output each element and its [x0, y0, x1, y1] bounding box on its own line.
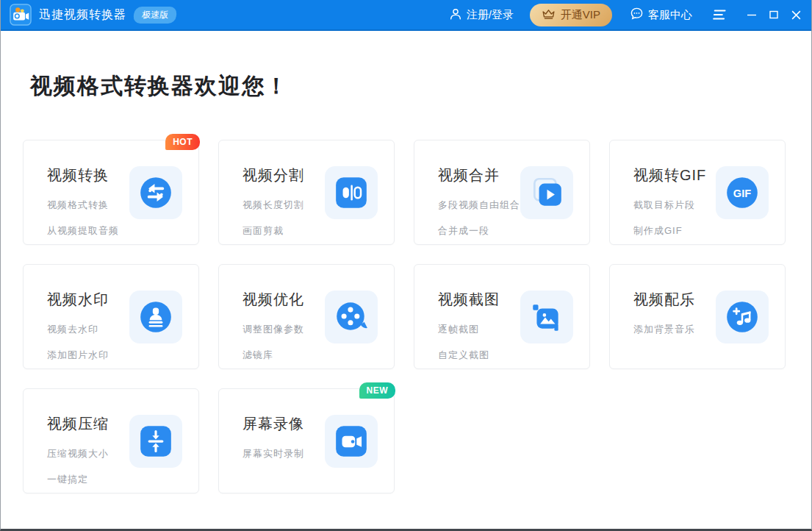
feature-card-video-optimize[interactable]: 视频优化 调整图像参数滤镜库 — [218, 264, 395, 369]
card-description-line: 从视频提取音频 — [47, 224, 181, 238]
login-register-button[interactable]: 注册/登录 — [449, 7, 514, 23]
open-vip-button[interactable]: 开通VIP — [530, 4, 612, 26]
minimize-button[interactable] — [741, 0, 763, 30]
split-icon — [325, 166, 378, 219]
titlebar: 迅捷视频转换器 极速版 注册/登录 开通 — [1, 0, 811, 31]
feature-card-video-convert[interactable]: 视频转换 视频格式转换从视频提取音频 HOT — [23, 140, 199, 245]
main-content: 视频格式转换器欢迎您！ 视频转换 视频格式转换从视频提取音频 HOT 视频分割 … — [1, 31, 811, 529]
crop-image-icon — [520, 291, 573, 343]
stamp-icon — [129, 291, 182, 343]
film-reel-icon — [325, 291, 378, 343]
feature-card-grid: 视频转换 视频格式转换从视频提取音频 HOT 视频分割 视频长度切割画面剪裁 视… — [23, 140, 784, 493]
feature-card-video-screenshot[interactable]: 视频截图 逐帧截图自定义截图 — [414, 264, 590, 369]
feature-card-video-compress[interactable]: 视频压缩 压缩视频大小一键搞定 — [23, 388, 199, 493]
card-description-line: 一键搞定 — [47, 473, 181, 486]
menu-icon[interactable] — [711, 9, 727, 21]
support-center-label: 客服中心 — [648, 8, 692, 22]
feature-card-video-to-gif[interactable]: 视频转GIF 截取目标片段制作成GIF GIF — [609, 140, 786, 245]
card-description-line: 添加图片水印 — [47, 349, 181, 362]
feature-card-video-music[interactable]: 视频配乐 添加背景音乐 — [609, 264, 786, 369]
video-camera-icon — [325, 415, 378, 468]
music-plus-icon — [716, 291, 769, 343]
support-center-button[interactable]: 客服中心 — [630, 7, 692, 23]
app-title: 迅捷视频转换器 — [39, 7, 126, 23]
feature-card-video-watermark[interactable]: 视频水印 视频去水印添加图片水印 — [23, 264, 199, 369]
card-description-line: 自定义截图 — [438, 349, 572, 362]
feature-card-video-merge[interactable]: 视频合并 多段视频自由组合合并成一段 — [414, 140, 590, 245]
card-description-line: 制作成GIF — [633, 224, 767, 238]
crown-icon — [542, 8, 556, 22]
card-description-line: 画面剪裁 — [242, 224, 376, 238]
login-register-label: 注册/登录 — [467, 8, 514, 22]
new-badge: NEW — [359, 382, 396, 399]
stacked-play-icon — [520, 166, 573, 219]
swap-arrows-icon — [129, 166, 182, 219]
open-vip-label: 开通VIP — [561, 8, 600, 22]
compress-arrows-icon — [129, 415, 182, 468]
app-logo-icon — [10, 4, 32, 26]
card-description-line: 合并成一段 — [438, 224, 572, 238]
user-icon — [449, 7, 462, 23]
feature-card-screen-record[interactable]: 屏幕录像 屏幕实时录制 NEW — [218, 388, 395, 493]
chat-bubble-icon — [630, 7, 644, 23]
edition-badge: 极速版 — [133, 7, 177, 24]
app-window: 迅捷视频转换器 极速版 注册/登录 开通 — [0, 0, 812, 531]
welcome-heading: 视频格式转换器欢迎您！ — [30, 71, 784, 101]
close-button[interactable] — [785, 0, 807, 30]
hot-badge: HOT — [165, 134, 200, 150]
gif-icon: GIF — [716, 166, 769, 219]
window-controls — [741, 0, 811, 30]
card-description-line: 滤镜库 — [242, 349, 376, 362]
feature-card-video-split[interactable]: 视频分割 视频长度切割画面剪裁 — [218, 140, 395, 245]
svg-text:GIF: GIF — [733, 187, 751, 199]
maximize-button[interactable] — [763, 0, 785, 30]
